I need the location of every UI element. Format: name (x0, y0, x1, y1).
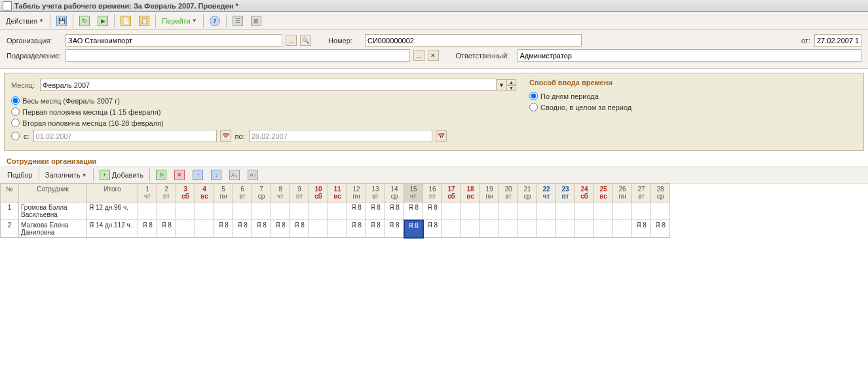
process-button[interactable]: 📋 (136, 14, 153, 28)
goto-menu[interactable]: Перейти▼ (159, 14, 200, 28)
col-header-day-27[interactable]: 27вт (632, 184, 651, 202)
save-button[interactable]: 💾 (53, 14, 70, 28)
subdiv-clear-button[interactable]: ✕ (428, 50, 439, 61)
col-header-sum[interactable]: Итого (87, 184, 138, 202)
day-cell[interactable] (651, 202, 670, 220)
refresh-button[interactable]: ↻ (76, 14, 93, 28)
number-field[interactable] (365, 34, 582, 47)
from-date-input[interactable] (817, 37, 859, 45)
day-cell[interactable]: Я 8 (366, 220, 385, 238)
col-header-day-18[interactable]: 18вс (461, 184, 480, 202)
day-cell[interactable] (575, 220, 594, 238)
day-cell[interactable] (594, 220, 613, 238)
org-select-button[interactable]: … (286, 35, 297, 46)
day-cell[interactable] (309, 220, 328, 238)
sort-desc-button[interactable]: A↑ (244, 168, 261, 182)
run-button[interactable]: ▶ (94, 14, 111, 28)
day-cell[interactable] (233, 202, 252, 220)
day-cell[interactable] (632, 202, 651, 220)
day-cell[interactable]: Я 8 (385, 220, 404, 238)
col-header-day-21[interactable]: 21ср (518, 184, 537, 202)
day-cell[interactable] (271, 202, 290, 220)
day-cell[interactable] (461, 220, 480, 238)
day-cell[interactable]: Я 8 (252, 220, 271, 238)
day-cell[interactable] (499, 220, 518, 238)
day-cell[interactable] (309, 202, 328, 220)
col-header-day-5[interactable]: 5пн (214, 184, 233, 202)
day-cell[interactable] (195, 202, 214, 220)
radio-by-day-input[interactable] (529, 92, 538, 100)
radio-first-half-input[interactable] (11, 107, 20, 116)
copy-button[interactable]: ⎘ (153, 168, 170, 182)
col-header-day-19[interactable]: 19пн (480, 184, 499, 202)
day-cell[interactable]: Я 8 (404, 220, 423, 238)
day-cell[interactable] (328, 220, 347, 238)
pick-button[interactable]: Подбор (4, 168, 36, 182)
post-button[interactable]: 📄 (117, 14, 134, 28)
radio-by-day[interactable]: По дням периода (529, 92, 857, 100)
radio-range-input[interactable] (11, 132, 20, 140)
day-cell[interactable] (138, 202, 157, 220)
col-header-day-25[interactable]: 25вс (594, 184, 613, 202)
col-header-day-9[interactable]: 9пт (290, 184, 309, 202)
move-up-button[interactable]: ↑ (189, 168, 206, 182)
range-to-calendar[interactable]: 📅 (436, 130, 447, 142)
col-header-day-23[interactable]: 23пт (556, 184, 575, 202)
range-from-field[interactable]: 01.02.2007 (33, 130, 217, 142)
col-header-day-24[interactable]: 24сб (575, 184, 594, 202)
number-input[interactable] (368, 37, 579, 45)
col-header-name[interactable]: Сотрудник (19, 184, 87, 202)
subdiv-field[interactable] (66, 49, 410, 62)
day-cell[interactable] (290, 202, 309, 220)
day-cell[interactable]: Я 8 (138, 220, 157, 238)
timesheet-grid-wrap[interactable]: №СотрудникИтого1чт2пт3сб4вс5пн6вт7ср8чт9… (0, 183, 868, 239)
day-cell[interactable]: Я 8 (423, 220, 442, 238)
radio-first-half[interactable]: Первая половина месяца (1-15 февраля) (11, 107, 516, 116)
org-field[interactable] (66, 34, 282, 47)
day-cell[interactable] (195, 220, 214, 238)
subdiv-select-button[interactable]: … (413, 50, 425, 61)
from-date-field[interactable] (814, 34, 861, 47)
day-cell[interactable]: Я 8 (157, 220, 176, 238)
col-header-day-2[interactable]: 2пт (157, 184, 176, 202)
col-header-day-26[interactable]: 26пн (613, 184, 632, 202)
col-header-day-8[interactable]: 8чт (271, 184, 290, 202)
day-cell[interactable] (442, 202, 461, 220)
day-cell[interactable]: Я 8 (347, 220, 366, 238)
month-spin-up[interactable]: ▲ (506, 79, 516, 85)
day-cell[interactable]: Я 8 (651, 220, 670, 238)
col-header-day-15[interactable]: 15чт (404, 184, 423, 202)
day-cell[interactable]: Я 8 (347, 202, 366, 220)
day-cell[interactable] (214, 202, 233, 220)
col-header-n[interactable]: № (1, 184, 19, 202)
range-to-field[interactable]: 28.02.2007 (249, 130, 432, 142)
actions-menu[interactable]: Действия▼ (3, 14, 47, 28)
day-cell[interactable] (461, 202, 480, 220)
day-cell[interactable] (556, 202, 575, 220)
day-cell[interactable]: Я 8 (214, 220, 233, 238)
day-cell[interactable]: Я 8 (271, 220, 290, 238)
radio-whole-month-input[interactable] (11, 96, 20, 105)
org-input[interactable] (68, 37, 280, 45)
day-cell[interactable] (442, 220, 461, 238)
resp-field[interactable] (518, 49, 862, 62)
day-cell[interactable] (556, 220, 575, 238)
col-header-day-28[interactable]: 28ср (651, 184, 670, 202)
day-cell[interactable] (499, 202, 518, 220)
col-header-day-7[interactable]: 7ср (252, 184, 271, 202)
day-cell[interactable] (518, 202, 537, 220)
col-header-day-11[interactable]: 11вс (328, 184, 347, 202)
day-cell[interactable]: Я 8 (632, 220, 651, 238)
day-cell[interactable] (480, 220, 499, 238)
day-cell[interactable] (518, 220, 537, 238)
range-from-calendar[interactable]: 📅 (220, 130, 231, 142)
radio-summary[interactable]: Сводно, в целом за период (529, 103, 857, 111)
fill-menu[interactable]: Заполнить▼ (42, 168, 90, 182)
col-header-day-10[interactable]: 10сб (309, 184, 328, 202)
col-header-day-22[interactable]: 22чт (537, 184, 556, 202)
day-cell[interactable] (537, 202, 556, 220)
day-cell[interactable] (480, 202, 499, 220)
day-cell[interactable]: Я 8 (290, 220, 309, 238)
day-cell[interactable]: Я 8 (404, 202, 423, 220)
radio-second-half[interactable]: Вторая половина месяца (16-28 февраля) (11, 119, 516, 127)
